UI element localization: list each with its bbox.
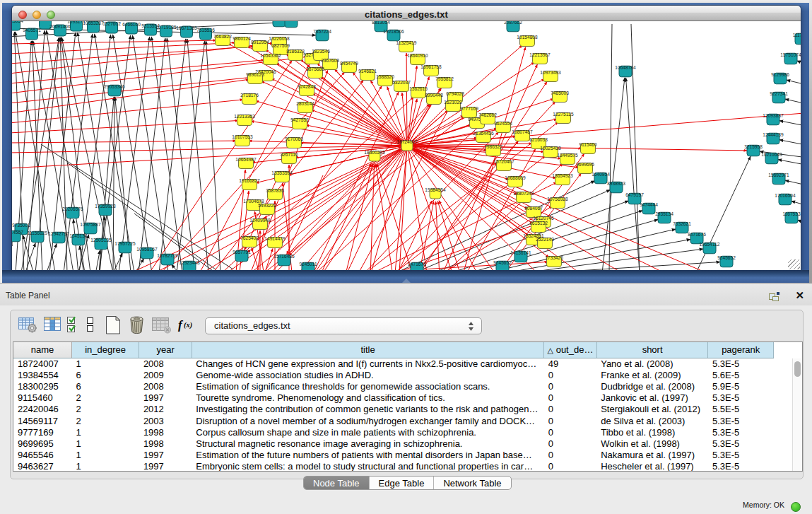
svg-text:10025438: 10025438 — [540, 146, 561, 151]
svg-text:1527602: 1527602 — [102, 21, 121, 26]
svg-text:9146821: 9146821 — [358, 69, 377, 74]
svg-text:16120746: 16120746 — [533, 216, 554, 221]
svg-text:7485003: 7485003 — [551, 90, 569, 95]
svg-text:8471676: 8471676 — [408, 262, 426, 267]
svg-text:9777169: 9777169 — [460, 106, 478, 111]
svg-text:10107553: 10107553 — [232, 134, 253, 139]
svg-text:6794028: 6794028 — [446, 91, 464, 96]
svg-text:18300295: 18300295 — [364, 150, 385, 155]
svg-text:1621022: 1621022 — [444, 100, 462, 105]
svg-text:14914479: 14914479 — [264, 236, 286, 241]
svg-text:10688609: 10688609 — [505, 175, 526, 180]
svg-text:2367608: 2367608 — [321, 58, 339, 63]
svg-text:9657791: 9657791 — [233, 250, 251, 255]
svg-text:2522143: 2522143 — [536, 237, 554, 242]
svg-text:9896123: 9896123 — [246, 72, 264, 77]
svg-text:7462662: 7462662 — [478, 112, 497, 117]
svg-text:2255712: 2255712 — [36, 21, 54, 22]
svg-text:5493222: 5493222 — [258, 203, 276, 208]
svg-text:12093837: 12093837 — [763, 113, 784, 118]
svg-text:12505135: 12505135 — [90, 238, 112, 243]
svg-text:14136141: 14136141 — [510, 250, 531, 255]
svg-text:16961758: 16961758 — [420, 64, 442, 69]
svg-text:9860124: 9860124 — [233, 36, 251, 41]
svg-text:1827509: 1827509 — [271, 43, 290, 48]
svg-text:10807487: 10807487 — [512, 129, 533, 134]
svg-text:9129986: 9129986 — [771, 72, 789, 77]
svg-text:12213967: 12213967 — [529, 52, 551, 57]
svg-text:7632621: 7632621 — [673, 221, 691, 226]
svg-text:9084067: 9084067 — [524, 206, 543, 211]
svg-text:6216033: 6216033 — [529, 137, 548, 142]
svg-text:15716485: 15716485 — [273, 254, 295, 259]
svg-text:3875685: 3875685 — [306, 66, 324, 71]
svg-text:6479197: 6479197 — [625, 192, 644, 197]
svg-text:9474444: 9474444 — [640, 202, 658, 207]
svg-text:11325419: 11325419 — [396, 40, 417, 45]
svg-text:10975887: 10975887 — [80, 222, 101, 227]
svg-text:8313054: 8313054 — [12, 21, 23, 23]
svg-text:12409948: 12409948 — [249, 218, 271, 223]
svg-text:11156829: 11156829 — [28, 230, 48, 235]
svg-text:16210643: 16210643 — [761, 152, 782, 157]
svg-text:18807249: 18807249 — [513, 191, 534, 196]
svg-text:20206576: 20206576 — [62, 206, 83, 211]
svg-text:9699695: 9699695 — [576, 162, 594, 167]
svg-text:2935134: 2935134 — [655, 211, 673, 216]
svg-text:10154808: 10154808 — [517, 35, 538, 40]
svg-text:3587833: 3587833 — [266, 188, 284, 193]
svg-text:13654923: 13654923 — [552, 173, 573, 178]
svg-text:7625402: 7625402 — [240, 235, 259, 240]
svg-text:17359928: 17359928 — [95, 204, 116, 209]
svg-text:2718176: 2718176 — [240, 93, 259, 98]
svg-text:8912954: 8912954 — [251, 40, 269, 45]
svg-text:3624554: 3624554 — [494, 121, 512, 126]
svg-text:3267110: 3267110 — [280, 152, 298, 157]
svg-text:8813054: 8813054 — [372, 21, 390, 25]
svg-text:16782759: 16782759 — [157, 253, 178, 258]
svg-text:9227341: 9227341 — [770, 91, 788, 96]
svg-text:7955812: 7955812 — [435, 76, 454, 81]
svg-text:15751074: 15751074 — [780, 52, 801, 57]
svg-text:2087662: 2087662 — [504, 21, 522, 25]
svg-text:7357224: 7357224 — [313, 29, 331, 34]
svg-text:10958167: 10958167 — [136, 247, 158, 252]
svg-text:19384554: 19384554 — [425, 187, 446, 192]
svg-text:9245652: 9245652 — [717, 255, 736, 260]
svg-text:12213363: 12213363 — [234, 114, 255, 119]
svg-text:1362615: 1362615 — [409, 86, 428, 91]
svg-text:1615132: 1615132 — [529, 221, 548, 226]
svg-text:10648784: 10648784 — [615, 65, 636, 70]
svg-text:5322037: 5322037 — [392, 80, 411, 85]
svg-text:(x): (x) — [184, 321, 192, 329]
svg-text:12942737: 12942737 — [48, 231, 69, 236]
svg-text:1145134: 1145134 — [69, 233, 88, 238]
svg-text:7663822: 7663822 — [213, 34, 232, 39]
svg-text:1733426: 1733426 — [545, 255, 563, 260]
svg-text:8454749: 8454749 — [340, 61, 358, 66]
svg-text:9914567: 9914567 — [12, 230, 23, 235]
svg-text:18640910: 18640910 — [407, 53, 428, 58]
svg-text:8938923: 8938923 — [607, 181, 625, 186]
svg-text:10654112: 10654112 — [700, 242, 720, 247]
svg-text:13353594: 13353594 — [271, 170, 293, 175]
svg-text:8471676: 8471676 — [688, 232, 706, 237]
svg-text:17016504: 17016504 — [775, 193, 796, 198]
svg-text:9245652: 9245652 — [493, 260, 512, 265]
svg-text:7986322: 7986322 — [484, 144, 502, 149]
svg-text:15720407: 15720407 — [493, 159, 514, 164]
svg-text:2803144: 2803144 — [296, 101, 314, 106]
svg-text:6466160: 6466160 — [122, 22, 141, 27]
svg-text:8186323: 8186323 — [286, 49, 305, 54]
svg-text:9405571: 9405571 — [23, 28, 41, 33]
svg-text:21364436: 21364436 — [473, 131, 494, 136]
svg-text:10973493: 10973493 — [540, 70, 561, 75]
svg-text:10719185: 10719185 — [155, 25, 177, 30]
svg-text:19166827: 19166827 — [239, 178, 260, 183]
svg-text:10654987: 10654987 — [235, 157, 257, 162]
svg-text:9242848: 9242848 — [298, 84, 316, 89]
svg-text:13449575: 13449575 — [557, 153, 578, 158]
svg-text:8990448: 8990448 — [425, 93, 443, 98]
svg-text:9115460: 9115460 — [579, 142, 597, 147]
svg-text:1640954: 1640954 — [592, 172, 610, 177]
